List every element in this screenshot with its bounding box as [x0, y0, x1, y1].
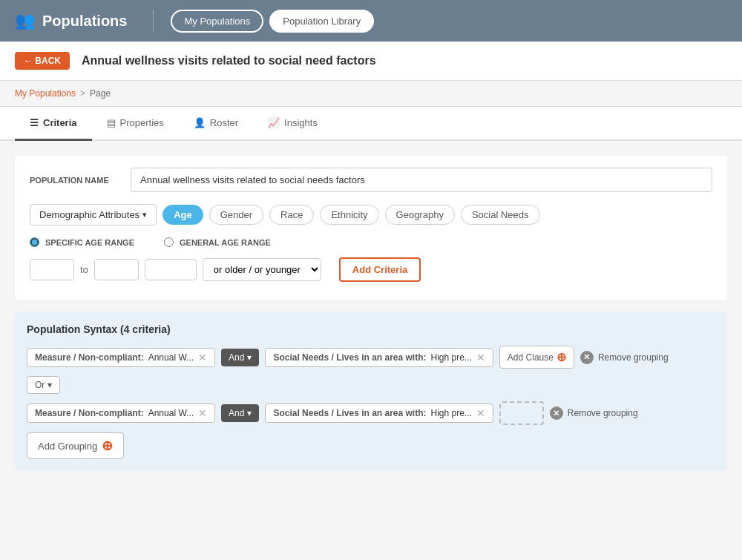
clause-3-value: Annual W... — [148, 408, 194, 418]
syntax-row-1: Measure / Non-compliant: Annual W... ✕ A… — [27, 346, 715, 369]
general-age-radio[interactable] — [164, 237, 174, 247]
add-clause-label-1: Add Clause — [508, 352, 554, 363]
clause-2-social-needs: Social Needs / Lives in an area with: Hi… — [265, 348, 493, 367]
criteria-icon: ☰ — [30, 117, 39, 128]
clause-4-label: Social Needs / Lives in an area with: — [273, 408, 426, 418]
remove-grouping-label-1: Remove grouping — [598, 352, 669, 363]
filter-chip-race[interactable]: Race — [269, 205, 314, 225]
age-inputs-row: to or older / or younger Add Criteria — [30, 257, 712, 282]
syntax-title: Population Syntax (4 criteria) — [27, 323, 715, 335]
and-label-1: And — [229, 352, 244, 363]
filter-chip-geography[interactable]: Geography — [385, 205, 455, 225]
or-label: Or — [35, 380, 45, 390]
filter-chip-age[interactable]: Age — [162, 205, 203, 225]
tab-criteria-label: Criteria — [43, 117, 77, 128]
general-age-label: GENERAL AGE RANGE — [180, 238, 271, 247]
age-from-input[interactable] — [30, 259, 74, 280]
specific-age-radio[interactable] — [30, 237, 39, 247]
nav-divider — [153, 10, 154, 32]
remove-x-icon-1: ✕ — [580, 351, 594, 364]
clause-4-value: High pre... — [431, 408, 472, 418]
filter-chips-row: Demographic Attributes Age Gender Race E… — [30, 204, 712, 225]
population-library-nav-btn[interactable]: Population Library — [269, 10, 374, 33]
tab-criteria[interactable]: ☰ Criteria — [15, 107, 92, 141]
filter-chip-social-needs[interactable]: Social Needs — [461, 205, 540, 225]
specific-age-range-option[interactable]: SPECIFIC AGE RANGE — [30, 237, 134, 247]
clause-3-measure: Measure / Non-compliant: Annual W... ✕ — [27, 403, 215, 423]
properties-icon: ▤ — [107, 117, 116, 128]
population-name-row: POPULATION NAME — [30, 168, 712, 192]
clause-1-label: Measure / Non-compliant: — [35, 352, 144, 363]
tab-properties-label: Properties — [120, 117, 164, 128]
clause-3-remove-icon[interactable]: ✕ — [198, 408, 207, 418]
breadcrumb-link[interactable]: My Populations — [15, 88, 76, 99]
empty-clause-slot — [499, 401, 544, 425]
tabs-bar: ☰ Criteria ▤ Properties 👤 Roster 📈 Insig… — [0, 107, 742, 141]
tab-properties[interactable]: ▤ Properties — [92, 107, 179, 141]
clause-4-remove-icon[interactable]: ✕ — [476, 408, 485, 418]
age-to-label: to — [80, 264, 88, 275]
age-general-select[interactable]: or older / or younger — [203, 258, 321, 281]
add-grouping-button[interactable]: Add Grouping ⊕ — [27, 432, 124, 459]
remove-x-icon-2: ✕ — [550, 406, 563, 420]
syntax-row-2: Measure / Non-compliant: Annual W... ✕ A… — [27, 401, 715, 425]
clause-2-label: Social Needs / Lives in an area with: — [273, 352, 426, 363]
age-general-input[interactable] — [145, 259, 197, 280]
people-icon: 👥 — [15, 11, 35, 30]
top-navigation: 👥 Populations My Populations Population … — [0, 0, 742, 42]
and-chevron-2: ▾ — [247, 408, 252, 418]
or-chevron: ▾ — [47, 380, 52, 390]
add-grouping-plus-icon: ⊕ — [102, 438, 113, 454]
app-title: Populations — [42, 13, 127, 30]
tab-roster[interactable]: 👤 Roster — [179, 107, 253, 141]
demographic-dropdown-label: Demographic Attributes — [39, 209, 139, 220]
specific-age-label: SPECIFIC AGE RANGE — [45, 238, 134, 247]
breadcrumb: My Populations > Page — [0, 81, 742, 107]
insights-icon: 📈 — [268, 117, 280, 128]
age-to-input[interactable] — [94, 259, 139, 280]
page-title: Annual wellness visits related to social… — [82, 54, 376, 67]
clause-1-value: Annual W... — [148, 352, 194, 363]
add-clause-button-1[interactable]: Add Clause ⊕ — [499, 346, 574, 369]
clause-4-social-needs: Social Needs / Lives in an area with: Hi… — [265, 403, 493, 423]
add-grouping-label: Add Grouping — [38, 441, 97, 452]
clause-2-remove-icon[interactable]: ✕ — [476, 352, 485, 363]
back-button[interactable]: ← BACK — [15, 52, 70, 70]
or-row: Or ▾ — [27, 376, 715, 394]
clause-1-remove-icon[interactable]: ✕ — [198, 352, 207, 363]
age-radio-row: SPECIFIC AGE RANGE GENERAL AGE RANGE — [30, 237, 712, 247]
and-chevron-1: ▾ — [247, 352, 252, 363]
breadcrumb-current: Page — [90, 88, 111, 99]
tab-insights[interactable]: 📈 Insights — [253, 107, 332, 141]
or-button[interactable]: Or ▾ — [27, 376, 60, 394]
add-clause-plus-1: ⊕ — [556, 350, 566, 364]
roster-icon: 👤 — [194, 117, 206, 128]
population-name-input[interactable] — [131, 168, 712, 192]
remove-grouping-1[interactable]: ✕ Remove grouping — [580, 351, 669, 364]
syntax-section: Population Syntax (4 criteria) Measure /… — [15, 312, 727, 471]
app-logo: 👥 Populations — [15, 11, 127, 30]
and-button-1[interactable]: And ▾ — [221, 349, 259, 366]
remove-grouping-label-2: Remove grouping — [568, 408, 638, 418]
age-section: SPECIFIC AGE RANGE GENERAL AGE RANGE to … — [30, 225, 712, 288]
my-populations-nav-btn[interactable]: My Populations — [171, 10, 263, 33]
tab-insights-label: Insights — [284, 117, 318, 128]
tab-roster-label: Roster — [210, 117, 238, 128]
filter-chip-ethnicity[interactable]: Ethnicity — [320, 205, 378, 225]
and-label-2: And — [229, 408, 244, 418]
population-name-label: POPULATION NAME — [30, 176, 119, 185]
clause-3-label: Measure / Non-compliant: — [35, 408, 144, 418]
page-header: ← BACK Annual wellness visits related to… — [0, 42, 742, 81]
general-age-range-option[interactable]: GENERAL AGE RANGE — [164, 237, 271, 247]
demographic-attributes-dropdown[interactable]: Demographic Attributes — [30, 204, 157, 225]
remove-grouping-2[interactable]: ✕ Remove grouping — [550, 406, 638, 420]
clause-2-value: High pre... — [431, 352, 472, 363]
filter-chip-gender[interactable]: Gender — [209, 205, 263, 225]
main-content: POPULATION NAME Demographic Attributes A… — [0, 141, 742, 560]
add-criteria-button[interactable]: Add Criteria — [339, 257, 421, 282]
clause-1-measure: Measure / Non-compliant: Annual W... ✕ — [27, 348, 215, 367]
and-button-2[interactable]: And ▾ — [221, 404, 259, 422]
breadcrumb-separator: > — [80, 88, 85, 99]
